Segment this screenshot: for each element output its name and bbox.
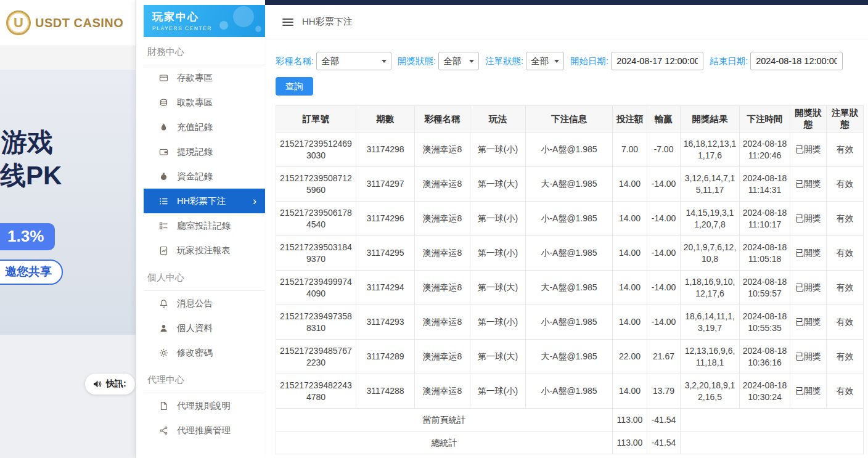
sidebar-item-room-bet-records[interactable]: 廳室投註記錄 — [144, 213, 265, 238]
sidebar-item-player-report[interactable]: 玩家投注報表 — [144, 238, 265, 263]
sidebar-item-agent-rules[interactable]: 代理規則說明 — [144, 393, 265, 418]
agent-rules-icon — [158, 401, 168, 411]
banner-rate-badge: 1.3% — [0, 223, 55, 250]
sidebar-item-change-password[interactable]: 修改密碼 — [144, 340, 265, 365]
table-cell: 2152172394857672230 — [276, 340, 356, 374]
table-cell: 14.00 — [613, 202, 647, 236]
table-cell: 3,12,6,14,7,15,11,17 — [681, 167, 740, 202]
background-site: U USDT CASINO 游戏 线PK 1.3% 邀您共享 快訊: — [0, 0, 136, 458]
sidebar-item-recharge-record[interactable]: 充值記錄 — [144, 115, 265, 139]
table-cell: 7.00 — [613, 133, 647, 167]
table-row: 215217239499974409031174294澳洲幸运8第一球(大)大-… — [276, 271, 864, 305]
news-ticker-pill: 快訊: — [85, 374, 135, 395]
hamburger-menu-icon[interactable] — [282, 18, 293, 27]
table-cell: 大-A盤@1.985 — [526, 271, 613, 305]
draw-status-select[interactable]: 全部 — [438, 52, 479, 70]
table-cell: 小-A盤@1.985 — [526, 374, 613, 409]
banner-text-line1: 游戏 — [1, 125, 53, 160]
table-cell: 有效 — [827, 271, 864, 305]
deposit-icon — [158, 73, 168, 83]
sidebar-item-funds-record[interactable]: 資金記錄 — [144, 164, 265, 189]
site-logo-text[interactable]: USDT CASINO — [35, 16, 123, 30]
start-date-label: 開始日期: — [570, 55, 608, 67]
table-cell: 有效 — [827, 236, 864, 271]
bet-status-value: 全部 — [531, 55, 549, 67]
table-cell: 2024-08-18 10:30:24 — [740, 374, 790, 409]
table-cell: 2024-08-18 10:59:57 — [740, 271, 790, 305]
table-cell: 第一球(大) — [470, 340, 526, 374]
summary-bet-total: 113.00 — [613, 431, 647, 454]
lottery-bets-icon — [158, 196, 168, 206]
end-date-label: 結束日期: — [710, 55, 748, 67]
table-cell: 第一球(小) — [470, 374, 526, 409]
site-header: U USDT CASINO — [0, 0, 136, 46]
column-header: 下注時間 — [740, 106, 790, 133]
table-cell: 小-A盤@1.985 — [526, 305, 613, 340]
search-button[interactable]: 查詢 — [276, 77, 313, 96]
table-cell: 14.00 — [613, 305, 647, 340]
sidebar-item-withdraw[interactable]: 取款專區 — [144, 90, 265, 115]
table-row: 215217239503184937031174295澳洲幸运8第一球(小)小-… — [276, 236, 864, 271]
table-cell: 31174293 — [356, 305, 415, 340]
sidebar-item-label: 廳室投註記錄 — [177, 220, 231, 232]
table-cell: 澳洲幸运8 — [415, 133, 470, 167]
table-cell: 2152172394822434780 — [276, 374, 356, 409]
sidebar-item-agent-promotion[interactable]: 代理推廣管理 — [144, 418, 265, 443]
banner-text-line2: 线PK — [0, 158, 62, 193]
filter-bar: 彩種名稱: 全部 開獎狀態: 全部 注單狀態: 全部 開始日期: 結束日期: — [276, 52, 863, 70]
table-cell: 2024-08-18 11:14:31 — [740, 167, 790, 202]
sidebar-item-label: 取款專區 — [177, 97, 213, 108]
table-cell: 2152172394973588310 — [276, 305, 356, 340]
table-cell: 18,6,14,11,1,3,19,7 — [681, 305, 740, 340]
table-cell: 2024-08-18 11:20:46 — [740, 133, 790, 167]
lottery-name-label: 彩種名稱: — [276, 55, 314, 67]
table-cell: 2024-08-18 10:55:35 — [740, 305, 790, 340]
sidebar-subtitle: PLAYERS CENTER — [152, 25, 265, 31]
usdt-coin-logo-icon[interactable]: U — [6, 10, 31, 35]
table-cell: 小-A盤@1.985 — [526, 133, 613, 167]
sidebar-item-announcements[interactable]: 消息公告 — [144, 291, 265, 316]
table-cell: 14.00 — [613, 271, 647, 305]
bet-status-select[interactable]: 全部 — [526, 52, 564, 70]
column-header: 彩種名稱 — [415, 106, 470, 133]
table-cell: -14.00 — [647, 271, 681, 305]
table-cell: 31174288 — [356, 374, 415, 409]
end-date-input[interactable] — [750, 52, 843, 70]
sidebar-item-hh-lottery-bets[interactable]: HH彩票下注 › — [144, 189, 265, 213]
table-row: 215217239506178454031174296澳洲幸运8第一球(小)小-… — [276, 202, 864, 236]
sidebar-item-deposit[interactable]: 存款專區 — [144, 65, 265, 90]
table-cell: 2024-08-18 11:05:18 — [740, 236, 790, 271]
column-header: 期數 — [356, 106, 415, 133]
sidebar-item-withdraw-record[interactable]: 提現記錄 — [144, 139, 265, 164]
table-cell: 已開獎 — [790, 340, 827, 374]
sidebar-item-profile[interactable]: 個人資料 — [144, 316, 265, 340]
table-cell: 第一球(大) — [470, 167, 526, 202]
table-cell: 小-A盤@1.985 — [526, 236, 613, 271]
bets-table-body: 215217239512469303031174298澳洲幸运8第一球(小)小-… — [276, 133, 864, 454]
content-area: 彩種名稱: 全部 開獎狀態: 全部 注單狀態: 全部 開始日期: 結束日期: 查… — [265, 39, 868, 454]
lottery-name-select[interactable]: 全部 — [316, 52, 391, 70]
table-cell: 有效 — [827, 133, 864, 167]
sidebar-item-label: HH彩票下注 — [177, 195, 226, 207]
table-cell: 大-A盤@1.985 — [526, 340, 613, 374]
chevron-down-icon — [382, 60, 387, 63]
withdraw-icon — [158, 97, 168, 107]
summary-bet-total: 113.00 — [613, 409, 647, 431]
table-row: 215217239508712596031174297澳洲幸运8第一球(大)大-… — [276, 167, 864, 202]
start-date-input[interactable] — [611, 52, 703, 70]
column-header: 開獎結果 — [681, 106, 740, 133]
column-header: 輸贏 — [647, 106, 681, 133]
summary-row: 當前頁統計113.00-41.54 — [276, 409, 864, 431]
column-header: 開獎狀態 — [790, 106, 827, 133]
table-cell: 第一球(小) — [470, 202, 526, 236]
table-cell: 第一球(小) — [470, 236, 526, 271]
withdraw-record-icon — [158, 147, 168, 157]
table-cell: 澳洲幸运8 — [415, 374, 470, 409]
sidebar-item-label: 存款專區 — [177, 72, 213, 84]
table-cell: 14,15,19,3,11,20,7,8 — [681, 202, 740, 236]
table-cell: 2024-08-18 10:36:16 — [740, 340, 790, 374]
funds-record-icon — [158, 171, 168, 181]
summary-win-loss-total: -41.54 — [647, 431, 681, 454]
column-header: 注單狀態 — [827, 106, 864, 133]
table-cell: 12,13,16,9,6,11,18,1 — [681, 340, 740, 374]
